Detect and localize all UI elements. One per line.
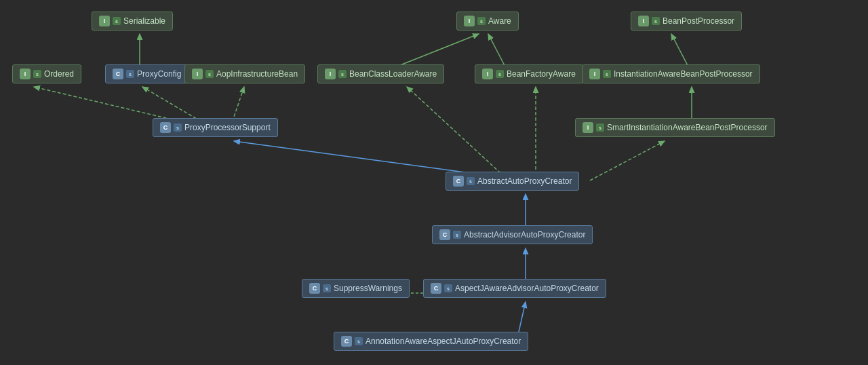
svg-line-9 bbox=[407, 87, 509, 180]
label-instantiationawarebeanpostprocessor: InstantiationAwareBeanPostProcessor bbox=[614, 69, 753, 79]
badge-suppresswarnings: C bbox=[309, 283, 320, 294]
label-beanclassloaderaware: BeanClassLoaderAware bbox=[349, 69, 437, 79]
label-aopinfrastructurebean: AopInfrastructureBean bbox=[216, 69, 298, 79]
node-beanfactoryaware[interactable]: I s BeanFactoryAware bbox=[475, 64, 583, 83]
label-annotationawareaspectjautoproxycreator: AnnotationAwareAspectJAutoProxyCreator bbox=[366, 337, 521, 346]
node-beanpostprocessor[interactable]: I s BeanPostProcessor bbox=[631, 12, 742, 31]
node-beanclassloaderaware[interactable]: I s BeanClassLoaderAware bbox=[317, 64, 444, 83]
badge-smartinstantiationawarebeanpostprocessor: I bbox=[583, 122, 593, 133]
node-suppresswarnings[interactable]: C s SuppressWarnings bbox=[302, 279, 410, 298]
node-serializable[interactable]: I s Serializable bbox=[92, 12, 173, 31]
node-smartinstantiationawarebeanpostprocessor[interactable]: I s SmartInstantiationAwareBeanPostProce… bbox=[575, 118, 775, 137]
badge-aware: I bbox=[464, 16, 475, 26]
node-instantiationawarebeanpostprocessor[interactable]: I s InstantiationAwareBeanPostProcessor bbox=[582, 64, 760, 83]
label-suppresswarnings: SuppressWarnings bbox=[334, 284, 402, 293]
node-aopinfrastructurebean[interactable]: I s AopInfrastructureBean bbox=[184, 64, 305, 83]
label-ordered: Ordered bbox=[44, 69, 74, 79]
badge-proxyprocessorsupport: C bbox=[160, 122, 171, 133]
badge-abstractadvisorautoproxycreator: C bbox=[439, 229, 450, 240]
node-proxyconfig[interactable]: C s ProxyConfig bbox=[105, 64, 189, 83]
badge-instantiationawarebeanpostprocessor: I bbox=[589, 69, 600, 79]
label-aspectjawareadvisorautoproxycreator: AspectJAwareAdvisorAutoProxyCreator bbox=[455, 284, 599, 293]
badge-aopinfrastructurebean: I bbox=[192, 69, 203, 79]
label-serializable: Serializable bbox=[123, 16, 165, 26]
label-smartinstantiationawarebeanpostprocessor: SmartInstantiationAwareBeanPostProcessor bbox=[607, 123, 768, 132]
node-aware[interactable]: I s Aware bbox=[456, 12, 519, 31]
label-abstractautoproxycreator: AbstractAutoProxyCreator bbox=[477, 176, 572, 186]
badge-serializable: I bbox=[99, 16, 110, 26]
class-diagram: I s Serializable I s Aware I s BeanPostP… bbox=[0, 0, 868, 365]
badge-proxyconfig: C bbox=[113, 69, 123, 79]
node-proxyprocessorsupport[interactable]: C s ProxyProcessorSupport bbox=[153, 118, 278, 137]
label-beanfactoryaware: BeanFactoryAware bbox=[507, 69, 576, 79]
label-beanpostprocessor: BeanPostProcessor bbox=[663, 16, 734, 26]
label-proxyprocessorsupport: ProxyProcessorSupport bbox=[184, 123, 271, 132]
svg-line-11 bbox=[590, 141, 665, 180]
badge-beanfactoryaware: I bbox=[482, 69, 493, 79]
node-abstractautoproxycreator[interactable]: C s AbstractAutoProxyCreator bbox=[446, 172, 579, 191]
label-abstractadvisorautoproxycreator: AbstractAdvisorAutoProxyCreator bbox=[464, 230, 585, 239]
node-abstractadvisorautoproxycreator[interactable]: C s AbstractAdvisorAutoProxyCreator bbox=[432, 225, 593, 244]
label-aware: Aware bbox=[488, 16, 511, 26]
node-ordered[interactable]: I s Ordered bbox=[12, 64, 81, 83]
badge-aspectjawareadvisorautoproxycreator: C bbox=[431, 283, 441, 294]
arrows-layer bbox=[0, 0, 868, 365]
node-annotationawareaspectjautoproxycreator[interactable]: C s AnnotationAwareAspectJAutoProxyCreat… bbox=[334, 332, 528, 351]
badge-annotationawareaspectjautoproxycreator: C bbox=[341, 336, 352, 347]
node-aspectjawareadvisorautoproxycreator[interactable]: C s AspectJAwareAdvisorAutoProxyCreator bbox=[423, 279, 606, 298]
badge-abstractautoproxycreator: C bbox=[453, 176, 464, 187]
badge-beanclassloaderaware: I bbox=[325, 69, 336, 79]
badge-beanpostprocessor: I bbox=[638, 16, 649, 26]
label-proxyconfig: ProxyConfig bbox=[137, 69, 181, 79]
badge-ordered: I bbox=[20, 69, 31, 79]
